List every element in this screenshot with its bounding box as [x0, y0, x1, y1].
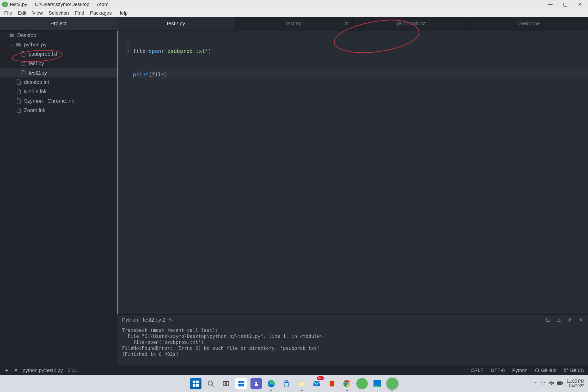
minimize-button[interactable]: — — [548, 2, 553, 7]
tab-welcome[interactable]: Welcome — [470, 17, 588, 30]
tb-search-icon[interactable] — [205, 378, 217, 389]
tree-item-label: Zoom.lnk — [24, 107, 45, 113]
menu-view[interactable]: View — [29, 9, 45, 17]
tree-item-desktop-ini[interactable]: desktop.ini — [0, 77, 117, 87]
tree-item-test2-py[interactable]: test2.py — [0, 68, 117, 77]
menu-selection[interactable]: Selection — [46, 9, 71, 17]
warning-icon: ⚠ — [168, 317, 172, 323]
tab-psubprob-txt[interactable]: psubprob.txt — [353, 17, 470, 30]
code-content[interactable]: file=open('psubprob.txt') print(file) — [133, 30, 588, 314]
tb-teams-icon[interactable] — [250, 378, 262, 389]
tree-item-python-py[interactable]: python.py — [0, 40, 117, 49]
status-git[interactable]: Git (0) — [564, 368, 584, 373]
status-close-button[interactable]: ✕ — [14, 367, 18, 373]
download-icon[interactable] — [556, 317, 561, 322]
menu-help[interactable]: Help — [115, 9, 130, 17]
menu-file[interactable]: File — [2, 9, 15, 17]
file-icon — [20, 51, 26, 57]
output-body[interactable]: Traceback (most recent call last): File … — [117, 325, 588, 365]
copy-icon[interactable] — [545, 317, 550, 322]
tb-mail-icon[interactable]: 99+ — [311, 378, 322, 389]
tree-item-test-py[interactable]: test.py — [0, 59, 117, 68]
menu-edit[interactable]: Edit — [15, 9, 29, 17]
tb-widgets-icon[interactable] — [235, 378, 247, 389]
tb-atom-icon-1[interactable] — [356, 378, 368, 389]
status-github[interactable]: GitHub — [535, 368, 556, 373]
svg-rect-11 — [226, 382, 229, 386]
tab-test2-py[interactable]: test2.py — [117, 17, 235, 30]
svg-rect-7 — [193, 384, 195, 387]
status-encoding[interactable]: UTF-8 — [491, 368, 505, 373]
tree-item-desktop[interactable]: Desktop — [0, 30, 117, 40]
tb-store-icon[interactable] — [281, 378, 292, 389]
line-number: 3 — [118, 47, 129, 55]
line-gutter: 1 2 3 — [117, 30, 133, 314]
svg-rect-5 — [193, 381, 195, 383]
sidebar-header: Project — [0, 17, 117, 30]
svg-rect-19 — [314, 381, 320, 386]
svg-rect-8 — [196, 384, 199, 387]
tree-item-psubprob-txt[interactable]: psubprob.txt — [0, 49, 117, 59]
close-panel-icon[interactable] — [578, 317, 583, 322]
close-button[interactable]: ✕ — [578, 2, 582, 7]
svg-rect-0 — [546, 318, 549, 321]
settings-icon[interactable] — [567, 317, 572, 322]
tb-photos-icon[interactable] — [371, 378, 383, 389]
tb-atom-icon-2[interactable] — [387, 378, 398, 389]
tree-item-zoom-lnk[interactable]: Zoom.lnk — [0, 106, 117, 115]
file-icon — [16, 107, 21, 113]
tab-label: test.py — [286, 21, 301, 27]
tray-clock[interactable]: 11:05 PM 1/4/2022 — [567, 379, 584, 388]
status-language[interactable]: Python — [512, 368, 528, 373]
status-add-button[interactable]: ＋ — [4, 367, 9, 374]
tab-bar: test2.pytest.py✕psubprob.txtWelcome — [117, 17, 588, 30]
file-icon — [16, 98, 21, 104]
tb-edge-icon[interactable] — [266, 378, 277, 389]
window-title: test2.py — C:\Users\szymo\Desktop — Atom — [10, 2, 108, 7]
tray-battery-icon[interactable] — [557, 381, 563, 386]
tb-chrome-icon[interactable] — [341, 378, 353, 389]
tree-item-szymon---chrome-lnk[interactable]: Szymon - Chrome.lnk — [0, 96, 117, 106]
tb-start-icon[interactable] — [190, 378, 201, 389]
svg-point-9 — [208, 381, 212, 385]
status-cursor-position[interactable]: 2:11 — [68, 368, 77, 373]
folder-icon — [9, 32, 15, 38]
folder-icon — [16, 42, 21, 47]
tray-wifi-icon[interactable] — [541, 381, 545, 387]
file-icon — [16, 89, 21, 94]
tree-item-kindle-lnk[interactable]: Kindle.lnk — [0, 87, 117, 96]
file-icon — [20, 60, 26, 66]
menu-packages[interactable]: Packages — [87, 9, 114, 17]
tb-taskview-icon[interactable] — [220, 378, 232, 389]
tray-chevron-icon[interactable]: ˄ — [535, 381, 537, 386]
code-editor[interactable]: 1 2 3 file=open('psubprob.txt') print(fi… — [117, 30, 588, 314]
tree-item-label: Desktop — [17, 32, 36, 38]
file-tree: Desktoppython.pypsubprob.txttest.pytest2… — [0, 30, 117, 115]
svg-point-3 — [564, 371, 566, 372]
tb-office-icon[interactable] — [326, 378, 338, 389]
tab-close-icon[interactable]: ✕ — [344, 21, 348, 27]
tab-test-py[interactable]: test.py✕ — [235, 17, 353, 30]
svg-rect-12 — [238, 381, 241, 383]
chevron-down-icon — [4, 33, 7, 37]
tree-item-label: psubprob.txt — [29, 51, 57, 57]
tray-sound-icon[interactable] — [549, 381, 554, 387]
main-area: Project Desktoppython.pypsubprob.txttest… — [0, 17, 588, 365]
maximize-button[interactable]: ▢ — [563, 2, 567, 7]
status-file-path[interactable]: python.py\test2.py — [23, 368, 63, 373]
tree-item-label: test.py — [29, 60, 44, 66]
svg-rect-14 — [238, 384, 241, 386]
svg-point-23 — [543, 384, 543, 385]
svg-rect-26 — [558, 382, 561, 384]
tree-item-label: Szymon - Chrome.lnk — [24, 98, 74, 104]
svg-point-2 — [564, 369, 566, 370]
tree-item-label: test2.py — [29, 70, 47, 76]
svg-rect-6 — [196, 381, 199, 383]
menu-find[interactable]: Find — [72, 9, 87, 17]
svg-rect-15 — [241, 384, 244, 386]
file-icon — [20, 70, 26, 76]
status-eol[interactable]: CRLF — [470, 368, 483, 373]
tb-explorer-icon[interactable] — [296, 378, 307, 389]
status-bar: ＋ ✕ python.py\test2.py 2:11 CRLF UTF-8 P… — [0, 365, 588, 375]
svg-point-1 — [569, 319, 571, 321]
